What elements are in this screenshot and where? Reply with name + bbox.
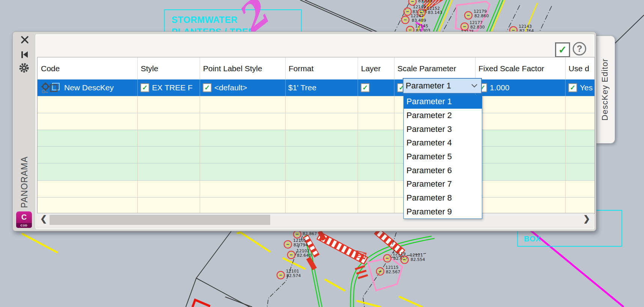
svg-text:12149: 12149 bbox=[413, 4, 426, 9]
checkbox-checked[interactable]: ✓ bbox=[140, 83, 149, 92]
svg-text:82.574: 82.574 bbox=[286, 273, 301, 278]
cell-point-label-style-value: <default> bbox=[214, 83, 247, 92]
desckey-editor-panel: ✓ ? CodeStylePoint Label StyleFormatLaye… bbox=[35, 34, 595, 230]
survey-point: 1210282.640 bbox=[287, 249, 311, 259]
cell-point-label-style[interactable]: ✓<default> bbox=[200, 79, 285, 96]
column-header-layer: Layer bbox=[358, 57, 394, 79]
column-divider bbox=[358, 96, 358, 213]
panorama-title: PANORAMA bbox=[17, 150, 32, 214]
survey-point: 1211582.567 bbox=[376, 265, 400, 275]
cell-style-value: EX TREE F bbox=[152, 83, 193, 92]
check-icon: ✓ bbox=[204, 84, 210, 91]
parcel-lines-bottom bbox=[186, 231, 252, 307]
column-header-style: Style bbox=[137, 57, 200, 79]
checkbox-checked[interactable]: ✓ bbox=[361, 83, 370, 92]
auto-hide-icon bbox=[20, 50, 30, 60]
svg-text:82.867: 82.867 bbox=[302, 231, 317, 236]
close-icon bbox=[20, 35, 30, 45]
combobox-value: Parameter 1 bbox=[403, 81, 471, 91]
table-empty-row[interactable] bbox=[38, 130, 594, 146]
chevron-down-icon bbox=[471, 84, 477, 88]
table-empty-row[interactable] bbox=[38, 180, 594, 197]
column-divider-selected bbox=[200, 79, 200, 96]
cell-format[interactable]: $1' Tree bbox=[285, 79, 358, 96]
header-divider bbox=[137, 57, 138, 79]
svg-text:83.489: 83.489 bbox=[412, 18, 426, 23]
cell-fixed-scale-factor[interactable]: ✓1.000 bbox=[475, 79, 565, 96]
dropdown-option-2[interactable]: Parameter 2 bbox=[404, 109, 482, 123]
panorama-window: PANORAMA C C3D ✓ ? CodeStylePoint Label … bbox=[12, 31, 596, 231]
dropdown-option-7[interactable]: Parameter 7 bbox=[404, 177, 482, 191]
dropdown-option-6[interactable]: Parameter 6 bbox=[404, 163, 482, 177]
survey-point: 1217982.860 bbox=[465, 9, 489, 19]
column-header-code: Code bbox=[38, 57, 137, 79]
cell-use-drawing-scale[interactable]: ✓Yes bbox=[565, 79, 594, 96]
header-divider bbox=[394, 57, 394, 79]
civil3d-logo-letter: C bbox=[16, 211, 32, 223]
cell-style[interactable]: ✓EX TREE F bbox=[137, 79, 200, 96]
tab-desckey-editor[interactable]: DescKey Editor bbox=[595, 36, 615, 144]
survey-point: 1217782.830 bbox=[461, 20, 485, 30]
cell-code[interactable]: New DescKey bbox=[38, 79, 137, 96]
column-divider bbox=[200, 96, 200, 213]
settings-gear-icon bbox=[18, 62, 30, 73]
scrollbar-thumb[interactable] bbox=[50, 215, 270, 225]
column-divider-selected bbox=[394, 79, 394, 96]
dropdown-option-3[interactable]: Parameter 3 bbox=[404, 122, 482, 136]
survey-point: 1211982.617 bbox=[384, 252, 408, 262]
table-empty-row[interactable] bbox=[38, 146, 594, 163]
desckey-table: CodeStylePoint Label StyleFormatLayerSca… bbox=[37, 57, 595, 214]
table-empty-row[interactable] bbox=[38, 197, 594, 213]
column-header-fixed-scale-factor: Fixed Scale Factor bbox=[475, 57, 565, 79]
checkbox-checked[interactable]: ✓ bbox=[203, 83, 212, 92]
column-divider bbox=[394, 96, 394, 213]
dropdown-option-9[interactable]: Parameter 9 bbox=[404, 205, 482, 219]
help-icon: ? bbox=[577, 43, 582, 54]
header-divider bbox=[285, 57, 286, 79]
column-header-scale-parameter: Scale Parameter bbox=[394, 57, 475, 79]
close-button[interactable] bbox=[19, 34, 30, 45]
svg-text:82.554: 82.554 bbox=[411, 257, 425, 262]
dropdown-option-1[interactable]: Parameter 1 bbox=[404, 95, 482, 109]
header-divider bbox=[200, 57, 200, 79]
red-corner-line bbox=[193, 300, 210, 307]
column-header-point-label-style: Point Label Style bbox=[200, 57, 285, 79]
scroll-left-icon[interactable]: ❮ bbox=[40, 214, 47, 224]
cell-layer[interactable]: ✓ bbox=[358, 79, 394, 96]
help-button[interactable]: ? bbox=[573, 42, 586, 55]
scroll-right-icon[interactable]: ❯ bbox=[583, 214, 590, 224]
column-header-format: Format bbox=[285, 57, 358, 79]
dropdown-option-4[interactable]: Parameter 4 bbox=[404, 136, 482, 150]
apply-button[interactable]: ✓ bbox=[555, 42, 570, 57]
header-divider bbox=[565, 57, 566, 79]
svg-text:83.143: 83.143 bbox=[428, 10, 442, 15]
civil3d-logo-band: C3D bbox=[16, 223, 32, 228]
survey-point: 1210182.574 bbox=[277, 269, 301, 279]
survey-point: 1210582.794 bbox=[284, 238, 308, 248]
cell-use-drawing-scale-value: Yes bbox=[580, 83, 593, 92]
column-divider-selected bbox=[565, 79, 566, 96]
auto-hide-button[interactable] bbox=[19, 49, 30, 60]
desckey-point-icon bbox=[41, 81, 62, 94]
cell-code-value: New DescKey bbox=[64, 83, 114, 92]
check-icon: ✓ bbox=[570, 84, 575, 91]
column-divider-selected bbox=[285, 79, 286, 96]
dropdown-option-5[interactable]: Parameter 5 bbox=[404, 150, 482, 164]
table-empty-row[interactable] bbox=[38, 113, 594, 130]
svg-text:82.567: 82.567 bbox=[386, 270, 400, 274]
svg-text:83.335: 83.335 bbox=[418, 0, 433, 3]
svg-text:82.640: 82.640 bbox=[297, 253, 311, 258]
table-empty-row[interactable] bbox=[38, 163, 594, 180]
horizontal-scrollbar[interactable]: ❮ ❯ bbox=[37, 213, 594, 226]
header-divider bbox=[475, 57, 475, 79]
dropdown-option-8[interactable]: Parameter 8 bbox=[404, 191, 482, 205]
civil3d-logo: C C3D bbox=[16, 211, 32, 228]
panel-settings-button[interactable] bbox=[18, 62, 30, 73]
scale-parameter-combobox[interactable]: Parameter 1 bbox=[403, 78, 482, 94]
column-divider-selected bbox=[358, 79, 358, 96]
table-empty-row[interactable] bbox=[38, 96, 594, 113]
checkbox-checked[interactable]: ✓ bbox=[568, 83, 577, 92]
cell-fixed-scale-factor-value: 1.000 bbox=[490, 83, 510, 92]
check-icon: ✓ bbox=[142, 84, 147, 91]
column-divider bbox=[137, 96, 138, 213]
